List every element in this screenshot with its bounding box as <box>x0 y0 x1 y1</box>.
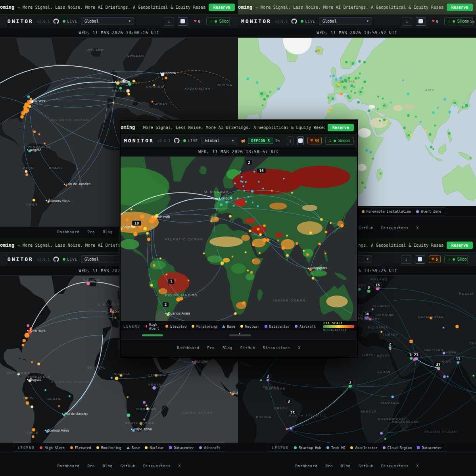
event-marker[interactable] <box>462 106 463 108</box>
panel-toggle-button[interactable] <box>416 17 426 26</box>
event-marker[interactable] <box>377 96 379 98</box>
event-marker[interactable] <box>415 116 416 117</box>
cut-button[interactable] <box>467 255 476 264</box>
event-marker[interactable] <box>382 98 384 100</box>
event-marker[interactable] <box>358 288 361 291</box>
event-marker[interactable] <box>127 396 129 398</box>
event-marker[interactable] <box>128 93 130 95</box>
download-button[interactable]: ↓ <box>401 255 411 264</box>
event-marker[interactable] <box>325 253 326 254</box>
event-marker[interactable] <box>432 111 435 114</box>
event-marker[interactable] <box>232 256 233 257</box>
event-marker[interactable] <box>31 406 33 408</box>
event-marker[interactable] <box>22 344 24 346</box>
event-marker[interactable] <box>366 149 368 152</box>
event-marker[interactable] <box>407 134 410 136</box>
event-marker[interactable] <box>21 115 24 118</box>
nav-link[interactable]: Discussions <box>143 464 170 468</box>
event-marker[interactable] <box>220 203 223 206</box>
event-marker[interactable] <box>364 81 366 83</box>
event-marker[interactable] <box>286 235 288 236</box>
event-marker[interactable] <box>444 98 446 101</box>
event-marker[interactable] <box>330 107 332 109</box>
nav-link[interactable]: Dashboard <box>295 464 317 468</box>
scroll-thumb[interactable] <box>229 334 251 336</box>
event-marker[interactable] <box>409 340 413 343</box>
event-marker[interactable] <box>410 134 412 136</box>
event-marker[interactable] <box>473 375 474 376</box>
event-marker[interactable] <box>380 432 383 434</box>
event-marker[interactable] <box>425 130 427 131</box>
event-marker[interactable] <box>147 238 150 241</box>
event-marker[interactable] <box>290 427 292 430</box>
event-marker[interactable] <box>176 298 180 301</box>
nav-link[interactable]: Blog <box>103 230 113 234</box>
event-marker[interactable] <box>150 284 153 286</box>
event-marker[interactable] <box>345 61 347 63</box>
event-marker[interactable] <box>390 102 392 103</box>
nav-link[interactable]: GitHub <box>359 226 373 230</box>
event-marker[interactable] <box>247 78 249 80</box>
event-marker[interactable] <box>377 108 378 110</box>
event-marker[interactable] <box>111 377 113 378</box>
event-marker[interactable] <box>402 79 404 81</box>
event-marker[interactable] <box>221 262 224 265</box>
event-marker[interactable] <box>277 240 279 241</box>
event-marker[interactable] <box>362 87 363 88</box>
event-marker[interactable] <box>455 325 459 328</box>
event-marker[interactable] <box>348 77 350 79</box>
event-marker[interactable] <box>381 331 382 333</box>
event-marker[interactable] <box>251 190 253 192</box>
event-marker[interactable] <box>26 173 28 176</box>
event-marker[interactable] <box>146 405 147 406</box>
event-marker[interactable] <box>233 205 234 207</box>
nav-link[interactable]: Dashboard <box>177 345 199 350</box>
event-marker[interactable] <box>369 151 372 154</box>
event-marker[interactable] <box>237 198 238 199</box>
event-marker[interactable] <box>266 95 269 97</box>
event-marker[interactable] <box>438 368 440 370</box>
event-marker[interactable] <box>340 224 344 227</box>
github-icon[interactable] <box>53 256 59 262</box>
region-select[interactable]: Global▼ <box>81 17 134 25</box>
event-marker[interactable] <box>257 228 259 230</box>
event-marker[interactable] <box>291 192 293 194</box>
nav-link[interactable]: Pro <box>207 345 215 350</box>
event-marker[interactable] <box>363 61 366 63</box>
event-marker[interactable] <box>153 264 155 267</box>
event-marker[interactable] <box>407 93 409 95</box>
event-marker[interactable] <box>226 201 228 203</box>
event-marker[interactable] <box>115 377 118 380</box>
event-marker[interactable] <box>372 309 373 310</box>
event-marker[interactable] <box>443 327 444 328</box>
event-marker[interactable] <box>238 78 238 80</box>
cut-button[interactable] <box>229 17 238 26</box>
event-marker[interactable] <box>240 171 241 173</box>
event-marker[interactable] <box>340 77 342 79</box>
event-marker[interactable] <box>126 219 128 221</box>
event-marker[interactable] <box>277 88 280 90</box>
event-marker[interactable] <box>429 133 431 136</box>
download-button[interactable]: ↓ <box>402 17 412 26</box>
nav-link[interactable]: Blog <box>103 464 113 468</box>
event-marker[interactable] <box>262 188 264 189</box>
event-marker[interactable] <box>25 333 29 338</box>
event-marker[interactable] <box>234 312 236 315</box>
event-marker[interactable] <box>245 251 246 253</box>
event-marker[interactable] <box>351 84 353 87</box>
nav-link[interactable]: Blog <box>223 345 232 350</box>
event-marker[interactable] <box>349 97 351 99</box>
event-marker[interactable] <box>353 86 355 88</box>
event-marker[interactable] <box>448 132 450 134</box>
event-marker[interactable] <box>312 277 314 280</box>
event-marker[interactable] <box>27 96 30 98</box>
event-marker[interactable] <box>244 190 245 192</box>
panel-toggle-button[interactable] <box>178 17 188 26</box>
nav-link[interactable]: Pro <box>87 230 95 234</box>
event-marker[interactable] <box>249 230 251 232</box>
event-marker[interactable] <box>286 254 289 257</box>
event-marker[interactable] <box>361 182 364 184</box>
nav-link[interactable]: X <box>416 226 419 230</box>
event-marker[interactable] <box>413 358 416 361</box>
event-marker[interactable] <box>347 95 349 98</box>
